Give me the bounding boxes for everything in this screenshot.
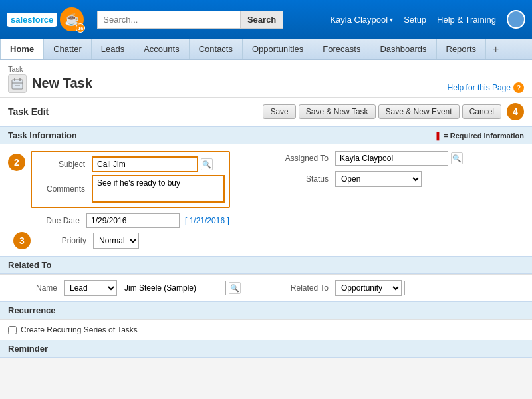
assigned-to-label: Assigned To xyxy=(273,154,332,163)
nav-item-dashboards[interactable]: Dashboards xyxy=(370,39,436,59)
help-link[interactable]: Help for this Page ? xyxy=(448,82,524,93)
toolbar-title: Task Edit xyxy=(8,106,49,117)
name-type-select[interactable]: Lead Contact xyxy=(64,280,117,296)
navigation-bar: Home Chatter Leads Accounts Contacts Opp… xyxy=(0,39,532,60)
required-indicator: ▌ xyxy=(436,132,442,140)
recurring-checkbox[interactable] xyxy=(8,326,17,334)
app-icon: ☕ 16 xyxy=(60,7,84,31)
task-info-fields: 2 Subject 🔍 Comments See if he's ready t… xyxy=(0,144,532,256)
cancel-button[interactable]: Cancel xyxy=(462,104,501,119)
name-label: Name xyxy=(8,283,61,293)
page-title: New Task xyxy=(32,76,92,91)
save-new-task-button[interactable]: Save & New Task xyxy=(299,104,376,119)
step-badge-3: 3 xyxy=(13,232,31,249)
nav-add-tab[interactable]: + xyxy=(486,39,505,59)
toolbar-buttons: Save Save & New Task Save & New Event Ca… xyxy=(263,103,524,120)
task-info-section-header: Task Information ▌ = Required Informatio… xyxy=(0,126,532,144)
page-header: Task New Task Help for this Page ? xyxy=(0,60,532,98)
name-lookup-icon[interactable]: 🔍 xyxy=(229,282,241,294)
header-right: Kayla Claypool ▾ Setup Help & Training xyxy=(330,10,525,29)
related-to-field-group: Related To Opportunity Account Case xyxy=(273,280,524,296)
subject-lookup-icon[interactable]: 🔍 xyxy=(201,158,213,170)
save-button[interactable]: Save xyxy=(263,104,295,119)
nav-item-forecasts[interactable]: Forecasts xyxy=(313,39,370,59)
subject-label: Subject xyxy=(36,160,89,169)
related-to-value-input[interactable] xyxy=(404,281,497,295)
assigned-to-input[interactable] xyxy=(335,151,448,166)
due-date-label: Due Date xyxy=(31,216,84,225)
date-link[interactable]: [ 1/21/2016 ] xyxy=(185,216,229,225)
recurrence-section-header: Recurrence xyxy=(0,301,532,319)
subject-input[interactable] xyxy=(92,156,198,172)
nav-item-accounts[interactable]: Accounts xyxy=(134,39,189,59)
required-info-text: ▌ = Required Information xyxy=(436,132,524,140)
subject-comments-highlight: Subject 🔍 Comments See if he's ready to … xyxy=(31,151,230,208)
related-to-fields: Name Lead Contact 🔍 Related To Opportuni… xyxy=(0,274,532,301)
priority-label: Priority xyxy=(37,236,90,245)
top-header: salesforce ☕ 16 Search Kayla Claypool ▾ … xyxy=(0,0,532,39)
badge-number: 16 xyxy=(76,23,85,33)
nav-item-chatter[interactable]: Chatter xyxy=(44,39,92,59)
comments-row: Comments See if he's ready to buy xyxy=(36,175,225,203)
nav-item-reports[interactable]: Reports xyxy=(437,39,487,59)
step-badge-4: 4 xyxy=(507,103,524,120)
comments-input[interactable]: See if he's ready to buy xyxy=(92,175,225,203)
user-menu[interactable]: Kayla Claypool ▾ xyxy=(330,15,393,25)
search-input[interactable] xyxy=(97,11,240,29)
priority-row: 3 Priority Normal High Low xyxy=(13,232,259,249)
due-date-row: Due Date [ 1/21/2016 ] xyxy=(31,213,259,228)
help-icon: ? xyxy=(513,82,524,93)
reminder-section-header: Reminder xyxy=(0,340,532,358)
left-column: 2 Subject 🔍 Comments See if he's ready t… xyxy=(8,151,259,249)
page-icon xyxy=(8,74,27,93)
nav-item-leads[interactable]: Leads xyxy=(92,39,134,59)
search-area: Search xyxy=(97,11,283,29)
task-edit-toolbar: Task Edit Save Save & New Task Save & Ne… xyxy=(0,98,532,126)
svg-rect-0 xyxy=(12,80,23,89)
form-container: Task Edit Save Save & New Task Save & Ne… xyxy=(0,98,532,358)
help-training-link[interactable]: Help & Training xyxy=(437,15,496,25)
assigned-to-row: Assigned To 🔍 xyxy=(273,151,524,166)
user-dropdown-arrow: ▾ xyxy=(390,16,393,23)
name-field-group: Name Lead Contact 🔍 xyxy=(8,280,259,296)
status-select[interactable]: Open In Progress Completed Waiting on so… xyxy=(335,171,422,187)
setup-link[interactable]: Setup xyxy=(404,15,426,25)
name-value-input[interactable] xyxy=(120,281,226,295)
nav-item-contacts[interactable]: Contacts xyxy=(190,39,243,59)
subject-comments-group: 2 Subject 🔍 Comments See if he's ready t… xyxy=(8,151,259,208)
related-type-select[interactable]: Opportunity Account Case xyxy=(335,280,402,296)
status-label: Status xyxy=(273,174,332,184)
subject-row: Subject 🔍 xyxy=(36,156,225,172)
recurrence-fields: Create Recurring Series of Tasks xyxy=(0,319,532,340)
nav-item-home[interactable]: Home xyxy=(0,39,44,59)
search-button[interactable]: Search xyxy=(240,11,283,29)
related-to-section-header: Related To xyxy=(0,256,532,274)
step-badge-2-container: 2 xyxy=(8,154,25,171)
user-name-label: Kayla Claypool xyxy=(330,15,388,25)
step-badge-2: 2 xyxy=(8,154,25,171)
salesforce-logo: salesforce xyxy=(7,13,57,27)
breadcrumb: Task xyxy=(8,65,23,73)
logo-area: salesforce ☕ 16 xyxy=(7,7,84,31)
comments-label: Comments xyxy=(36,184,89,194)
assigned-to-lookup-icon[interactable]: 🔍 xyxy=(451,152,463,164)
status-row: Status Open In Progress Completed Waitin… xyxy=(273,171,524,187)
save-new-event-button[interactable]: Save & New Event xyxy=(378,104,460,119)
recurring-checkbox-row: Create Recurring Series of Tasks xyxy=(8,325,524,334)
page-title-area: Task New Task xyxy=(8,65,92,93)
right-column: Assigned To 🔍 Status Open In Progress Co… xyxy=(273,151,524,249)
due-date-input[interactable] xyxy=(86,213,180,228)
priority-select[interactable]: Normal High Low xyxy=(93,233,139,249)
nav-item-opportunities[interactable]: Opportunities xyxy=(243,39,313,59)
related-to-label: Related To xyxy=(273,283,332,293)
help-link-text: Help for this Page xyxy=(448,83,511,92)
user-avatar[interactable] xyxy=(507,10,525,29)
recurring-label: Create Recurring Series of Tasks xyxy=(21,325,138,334)
